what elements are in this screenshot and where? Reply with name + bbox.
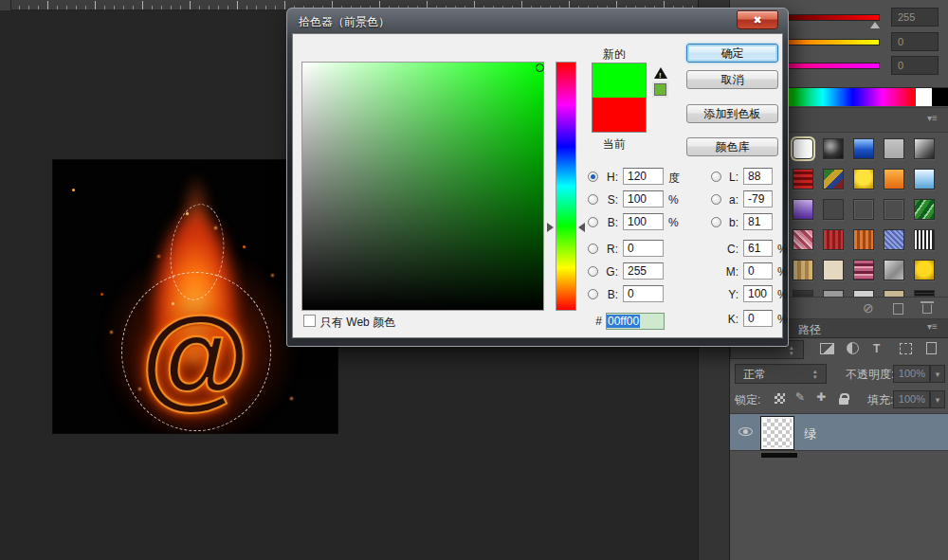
filter-adjustment-layers-icon[interactable] — [847, 342, 859, 354]
tab-paths[interactable]: 路径 — [798, 322, 821, 338]
web-colors-only-label: 只有 Web 颜色 — [320, 315, 395, 331]
h-radio[interactable] — [588, 172, 598, 182]
style-swatch[interactable] — [853, 199, 874, 220]
clear-style-icon[interactable]: ⊘ — [863, 300, 874, 316]
l-input[interactable]: 88 — [743, 168, 773, 185]
lock-paint-brush-icon[interactable]: ✎ — [795, 390, 805, 404]
web-safe-color-swatch[interactable] — [654, 83, 666, 96]
c-input[interactable]: 61 — [743, 240, 773, 257]
style-swatch[interactable] — [793, 260, 813, 280]
blend-mode-dropdown[interactable]: 正常▴▾ — [735, 364, 827, 384]
style-swatch[interactable] — [853, 138, 874, 159]
color-libraries-button[interactable]: 颜色库 — [686, 137, 778, 156]
filter-type-layers-icon[interactable]: T — [873, 342, 880, 355]
opacity-arrow[interactable]: ▾ — [930, 365, 945, 383]
layers-panel-menu-icon[interactable]: ▾≡ — [927, 321, 938, 332]
new-color-label: 新的 — [603, 46, 626, 63]
style-swatch[interactable] — [823, 229, 844, 250]
black-swatch[interactable] — [932, 87, 948, 106]
style-swatch[interactable] — [884, 229, 904, 250]
c-label: C: — [722, 243, 738, 256]
lock-all-icon[interactable] — [839, 398, 848, 405]
hue-slider-handle-right[interactable] — [578, 223, 585, 232]
b-radio[interactable] — [588, 217, 598, 227]
r-input[interactable]: 0 — [623, 240, 664, 257]
style-swatch[interactable] — [823, 199, 844, 220]
hex-selected-text: 00ff00 — [607, 315, 640, 328]
hex-input[interactable]: 00ff00 — [606, 313, 665, 330]
k-input[interactable]: 0 — [743, 310, 773, 327]
style-swatch[interactable] — [823, 169, 844, 190]
lock-move-icon[interactable]: ✚ — [816, 390, 826, 404]
style-swatch[interactable] — [884, 169, 904, 190]
style-swatch-none-selected[interactable] — [793, 138, 813, 159]
opacity-value[interactable]: 100% — [893, 365, 930, 383]
b2-input[interactable]: 0 — [623, 285, 664, 302]
style-swatch[interactable] — [914, 260, 935, 280]
a-input[interactable]: -79 — [743, 190, 773, 208]
style-swatch[interactable] — [823, 138, 844, 159]
a-radio[interactable] — [711, 194, 721, 205]
green-value-box[interactable]: 0 — [891, 32, 939, 51]
white-swatch[interactable] — [916, 87, 932, 106]
red-value-box[interactable]: 255 — [891, 8, 939, 27]
b-input[interactable]: 100 — [623, 213, 664, 230]
hue-slider-handle-left[interactable] — [547, 223, 554, 232]
m-input[interactable]: 0 — [743, 262, 773, 280]
layer-row-green[interactable]: 绿 — [730, 413, 948, 451]
g-radio[interactable] — [588, 266, 598, 277]
style-swatch[interactable] — [853, 260, 874, 280]
filter-pixel-layers-icon[interactable] — [820, 343, 834, 354]
style-swatch[interactable] — [914, 229, 935, 250]
b-lab-input[interactable]: 81 — [743, 213, 773, 230]
b-unit: % — [668, 216, 679, 229]
layer-name[interactable]: 绿 — [804, 425, 816, 443]
red-slider-handle[interactable] — [870, 22, 880, 28]
saturation-brightness-field[interactable] — [301, 62, 544, 311]
style-swatch[interactable] — [914, 138, 935, 159]
m-label: M: — [722, 265, 738, 279]
s-input[interactable]: 100 — [623, 190, 664, 208]
web-colors-only-checkbox[interactable] — [303, 315, 316, 327]
delete-style-trash-icon[interactable] — [922, 304, 932, 314]
fill-arrow[interactable]: ▾ — [930, 390, 945, 408]
b2-radio[interactable] — [588, 289, 598, 299]
g-input[interactable]: 255 — [623, 262, 664, 280]
cancel-button[interactable]: 取消 — [686, 70, 778, 89]
new-style-icon[interactable] — [893, 303, 903, 315]
h-input[interactable]: 120 — [623, 168, 664, 185]
style-swatch[interactable] — [884, 138, 904, 159]
layer-visibility-eye-icon[interactable] — [738, 427, 753, 436]
s-radio[interactable] — [588, 194, 598, 205]
style-swatch[interactable] — [793, 199, 813, 220]
style-swatch[interactable] — [884, 260, 904, 280]
current-color-label: 当前 — [603, 136, 626, 153]
hue-slider[interactable] — [556, 62, 576, 311]
add-to-swatches-button[interactable]: 添加到色板 — [686, 104, 778, 123]
style-swatch[interactable] — [793, 229, 813, 250]
g-label: G: — [599, 265, 618, 279]
style-swatch[interactable] — [853, 229, 874, 250]
style-swatch[interactable] — [793, 169, 813, 190]
b-lab-radio[interactable] — [711, 217, 721, 227]
blue-value-box[interactable]: 0 — [891, 56, 939, 75]
layer-thumbnail[interactable] — [761, 417, 793, 449]
filter-smart-objects-icon[interactable] — [926, 342, 937, 354]
layers-panel: 路径 ▾≡ ▴▾ T 正常▴▾ 不透明度: 100% ▾ 锁定: ✎ — [730, 318, 948, 560]
styles-panel-menu-icon[interactable]: ▾≡ — [927, 113, 938, 123]
style-swatch[interactable] — [884, 199, 904, 220]
close-button[interactable]: ✖ — [737, 10, 778, 29]
y-input[interactable]: 100 — [743, 285, 773, 302]
lock-transparency-icon[interactable] — [775, 393, 785, 404]
l-radio[interactable] — [711, 172, 721, 182]
new-color-swatch — [592, 63, 646, 98]
color-field-marker[interactable] — [536, 63, 544, 72]
style-swatch[interactable] — [914, 169, 935, 190]
filter-shape-layers-icon[interactable] — [900, 343, 912, 354]
fill-value[interactable]: 100% — [893, 390, 930, 408]
ok-button[interactable]: 确定 — [686, 44, 778, 63]
r-radio[interactable] — [588, 244, 598, 254]
style-swatch[interactable] — [914, 199, 935, 220]
style-swatch[interactable] — [823, 260, 844, 280]
style-swatch[interactable] — [853, 169, 874, 190]
